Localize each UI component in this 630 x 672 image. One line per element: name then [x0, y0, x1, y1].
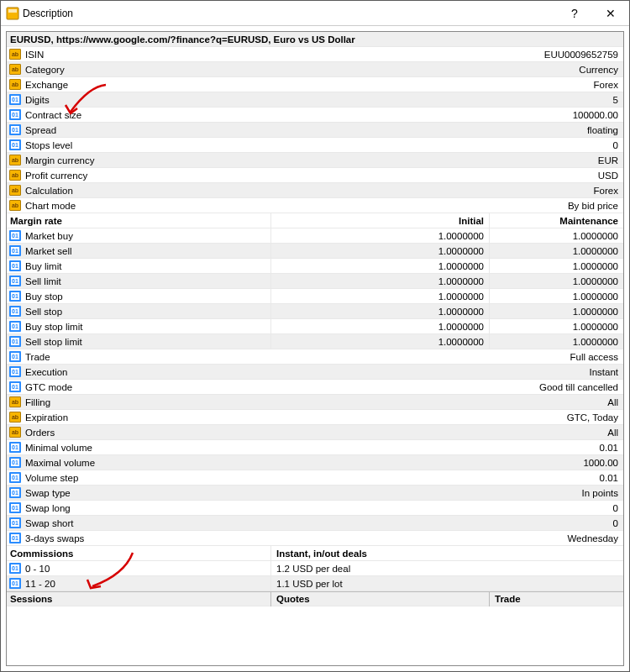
number-type-icon: 01	[8, 291, 22, 302]
property-label: Swap type	[24, 486, 71, 501]
number-type-icon: 01	[8, 245, 22, 257]
margin-label: Buy stop	[24, 289, 63, 304]
margin-label: Buy limit	[24, 259, 61, 274]
property-row: abFillingAll	[7, 395, 623, 410]
property-row: abCalculationForex	[7, 183, 623, 198]
margin-maintenance: 1.0000000	[489, 319, 623, 334]
property-value: 0	[72, 138, 623, 153]
margin-initial: 1.0000000	[270, 244, 489, 259]
property-value: 0.01	[92, 440, 623, 455]
window-title: Description	[19, 8, 558, 19]
number-type-icon: 01	[8, 276, 22, 287]
commission-row: 010 - 101.2 USD per deal	[7, 561, 623, 576]
commission-range: 0 - 10	[24, 561, 50, 576]
text-type-icon: ab	[8, 200, 22, 212]
margin-label: Buy stop limit	[24, 319, 82, 334]
commission-value: 1.1 USD per lot	[270, 576, 623, 591]
initial-header: Initial	[270, 213, 489, 228]
property-row: 01Volume step0.01	[7, 470, 623, 486]
property-row: 01Contract size100000.00	[7, 108, 623, 123]
property-row: abCategoryCurrency	[7, 62, 623, 77]
number-type-icon: 01	[8, 381, 22, 393]
property-value: In points	[71, 486, 623, 501]
text-type-icon: ab	[8, 79, 22, 91]
property-value: Instant	[68, 365, 623, 380]
commissions-label: Commissions	[7, 546, 73, 561]
margin-row: 01Buy limit1.00000001.0000000	[7, 259, 623, 274]
titlebar: Description ? ✕	[1, 1, 629, 26]
property-value: Forex	[73, 183, 623, 198]
text-type-icon: ab	[8, 155, 22, 166]
number-type-icon: 01	[8, 366, 22, 378]
margin-initial: 1.0000000	[270, 259, 489, 274]
margin-label: Market sell	[24, 244, 72, 259]
margin-row: 01Buy stop limit1.00000001.0000000	[7, 319, 623, 334]
property-value: floating	[56, 123, 623, 138]
property-value: Good till cancelled	[72, 380, 623, 395]
property-value: 100000.00	[81, 108, 623, 123]
commissions-header: CommissionsInstant, in/out deals	[7, 546, 623, 561]
property-value: All	[50, 395, 623, 410]
number-type-icon: 01	[8, 139, 22, 151]
property-row: abExpirationGTC, Today	[7, 410, 623, 425]
text-type-icon: ab	[8, 185, 22, 197]
margin-row: 01Buy stop1.00000001.0000000	[7, 289, 623, 304]
margin-initial: 1.0000000	[270, 319, 489, 334]
property-label: Contract size	[24, 108, 81, 123]
description-panel[interactable]: EURUSD, https://www.google.com/?finance?…	[6, 31, 624, 666]
number-type-icon: 01	[8, 306, 22, 318]
number-type-icon: 01	[8, 442, 22, 454]
property-row: 01ExecutionInstant	[7, 365, 623, 380]
property-row: abOrdersAll	[7, 425, 623, 440]
property-row: abExchangeForex	[7, 77, 623, 92]
property-row: abMargin currencyEUR	[7, 153, 623, 168]
property-value: Full access	[50, 349, 623, 365]
property-label: Digits	[24, 92, 50, 108]
text-type-icon: ab	[8, 412, 22, 423]
property-row: 01Swap typeIn points	[7, 486, 623, 501]
number-type-icon: 01	[8, 487, 22, 499]
margin-maintenance: 1.0000000	[489, 244, 623, 259]
property-value: EUU0009652759	[44, 47, 623, 62]
number-type-icon: 01	[8, 457, 22, 469]
number-type-icon: 01	[8, 260, 22, 272]
property-value: Currency	[65, 62, 623, 77]
number-type-icon: 01	[8, 124, 22, 136]
property-row: 01GTC modeGood till cancelled	[7, 380, 623, 395]
text-type-icon: ab	[8, 170, 22, 181]
property-value: Forex	[68, 77, 623, 92]
property-row: 013-days swapsWednesday	[7, 531, 623, 546]
property-row: 01Stops level0	[7, 138, 623, 153]
number-type-icon: 01	[8, 502, 22, 514]
property-row: 01TradeFull access	[7, 349, 623, 365]
margin-maintenance: 1.0000000	[489, 228, 623, 244]
margin-row: 01Sell stop1.00000001.0000000	[7, 304, 623, 319]
property-label: GTC mode	[24, 380, 72, 395]
number-type-icon: 01	[8, 533, 22, 544]
property-value: 0.01	[78, 470, 623, 486]
property-label: Margin currency	[24, 153, 94, 168]
number-type-icon: 01	[8, 563, 22, 575]
margin-maintenance: 1.0000000	[489, 334, 623, 349]
property-row: 01Spreadfloating	[7, 123, 623, 138]
property-label: Stops level	[24, 138, 72, 153]
margin-label: Sell limit	[24, 274, 61, 289]
sessions-header: SessionsQuotesTrade	[7, 591, 623, 606]
symbol-header-row: EURUSD, https://www.google.com/?finance?…	[7, 32, 623, 47]
help-button[interactable]: ?	[558, 1, 591, 26]
property-label: Minimal volume	[24, 440, 92, 455]
sessions-label: Sessions	[7, 591, 270, 606]
margin-maintenance: 1.0000000	[489, 274, 623, 289]
margin-maintenance: 1.0000000	[489, 289, 623, 304]
close-button[interactable]: ✕	[591, 1, 629, 26]
property-label: Maximal volume	[24, 455, 95, 470]
number-type-icon: 01	[8, 336, 22, 348]
margin-initial: 1.0000000	[270, 228, 489, 244]
property-row: abProfit currencyUSD	[7, 168, 623, 183]
content-area: EURUSD, https://www.google.com/?finance?…	[1, 26, 629, 671]
property-value: By bid price	[76, 198, 623, 213]
margin-initial: 1.0000000	[270, 304, 489, 319]
text-type-icon: ab	[8, 49, 22, 60]
text-type-icon: ab	[8, 396, 22, 408]
property-label: Exchange	[24, 77, 68, 92]
